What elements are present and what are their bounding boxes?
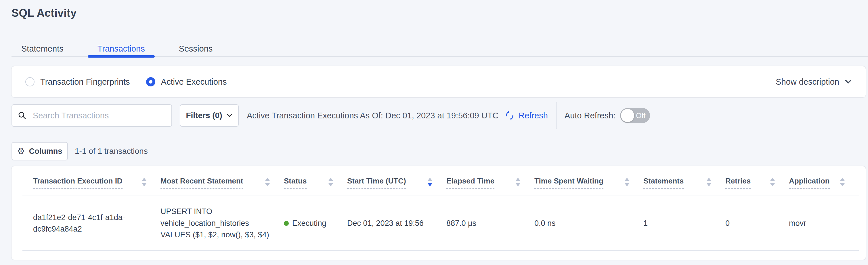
search-input-wrapper: [11, 104, 172, 127]
tab-bar: Statements Transactions Sessions: [11, 40, 868, 57]
radio-transaction-fingerprints[interactable]: Transaction Fingerprints: [25, 77, 130, 87]
column-header-application[interactable]: Application: [789, 177, 859, 189]
radio-active-executions[interactable]: Active Executions: [146, 77, 227, 87]
tab-transactions[interactable]: Transactions: [88, 41, 155, 56]
view-mode-card: Transaction Fingerprints Active Executio…: [11, 66, 866, 97]
cell-statements: 1: [643, 196, 725, 250]
toggle-knob: [621, 109, 634, 122]
result-count: 1-1 of 1 transactions: [75, 147, 148, 156]
table-header-row: Transaction Execution ID Most Recent Sta…: [23, 166, 859, 196]
column-header-status[interactable]: Status: [284, 177, 347, 189]
cell-elapsed-time: 887.0 µs: [446, 196, 534, 250]
divider: [556, 102, 557, 129]
search-icon: [18, 111, 27, 120]
sort-icon[interactable]: [142, 178, 147, 186]
show-description-toggle[interactable]: Show description: [776, 77, 852, 87]
column-header-statements[interactable]: Statements: [643, 177, 725, 189]
sort-icon[interactable]: [770, 178, 775, 186]
columns-button[interactable]: ⚙ Columns: [11, 142, 68, 160]
cell-start-time: Dec 01, 2023 at 19:56: [347, 196, 446, 250]
radio-label: Transaction Fingerprints: [40, 77, 130, 87]
column-header-most-recent-statement[interactable]: Most Recent Statement: [160, 177, 284, 189]
sort-icon[interactable]: [706, 178, 712, 186]
auto-refresh-toggle[interactable]: Off: [620, 108, 650, 123]
sort-icon[interactable]: [840, 178, 845, 186]
column-header-retries[interactable]: Retries: [725, 177, 789, 189]
cell-transaction-execution-id[interactable]: da1f21e2-de71-4c1f-a1da-dc9fc94a84a2: [33, 196, 160, 250]
transactions-table-card: Transaction Execution ID Most Recent Sta…: [11, 166, 866, 260]
sort-icon[interactable]: [516, 178, 521, 186]
table-toolbar: ⚙ Columns 1-1 of 1 transactions: [11, 142, 866, 160]
column-header-elapsed-time[interactable]: Elapsed Time: [446, 177, 534, 189]
cell-time-spent-waiting: 0.0 ns: [534, 196, 643, 250]
sql-activity-page: SQL Activity Statements Transactions Ses…: [0, 7, 868, 265]
column-header-time-spent-waiting[interactable]: Time Spent Waiting: [534, 177, 643, 189]
tab-sessions[interactable]: Sessions: [169, 41, 223, 56]
search-input[interactable]: [33, 111, 166, 121]
refresh-button[interactable]: Refresh: [504, 110, 548, 121]
gear-icon: ⚙: [17, 147, 25, 156]
cell-status: Executing: [284, 196, 347, 250]
toggle-state-label: Off: [636, 111, 645, 120]
sort-icon[interactable]: [624, 178, 629, 186]
chevron-down-icon: [844, 78, 852, 85]
refresh-icon: [504, 110, 515, 121]
filters-button-label: Filters (0): [186, 111, 222, 120]
refresh-label: Refresh: [519, 111, 548, 121]
sort-icon[interactable]: [427, 178, 433, 186]
show-description-label: Show description: [776, 77, 839, 87]
table-row[interactable]: da1f21e2-de71-4c1f-a1da-dc9fc94a84a2 UPS…: [23, 196, 859, 251]
status-dot-icon: [284, 221, 289, 226]
page-title: SQL Activity: [11, 7, 868, 19]
as-of-text: Active Transaction Executions As Of: Dec…: [247, 111, 498, 121]
cell-application: movr: [789, 196, 859, 250]
column-header-start-time[interactable]: Start Time (UTC): [347, 177, 446, 189]
sort-icon[interactable]: [265, 178, 270, 186]
radio-label: Active Executions: [161, 77, 227, 87]
toolbar: Filters (0) Active Transaction Execution…: [11, 104, 866, 127]
auto-refresh-label: Auto Refresh:: [565, 111, 616, 121]
radio-circle-icon: [25, 77, 34, 86]
chevron-down-icon: [226, 112, 233, 119]
column-header-transaction-execution-id[interactable]: Transaction Execution ID: [33, 177, 160, 189]
filters-button[interactable]: Filters (0): [180, 104, 239, 127]
cell-retries: 0: [725, 196, 789, 250]
cell-most-recent-statement: UPSERT INTO vehicle_location_histories V…: [160, 196, 284, 250]
status-badge: Executing: [292, 217, 327, 229]
sort-icon[interactable]: [328, 178, 333, 186]
columns-button-label: Columns: [29, 147, 62, 156]
tab-statements[interactable]: Statements: [11, 41, 73, 56]
radio-circle-icon: [146, 77, 155, 86]
